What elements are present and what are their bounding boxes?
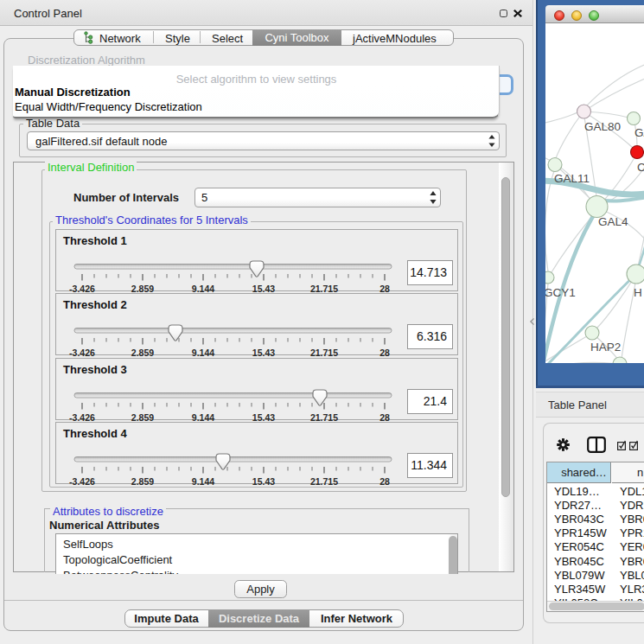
svg-text:GCY1: GCY1 <box>545 286 576 299</box>
svg-text:GAL11: GAL11 <box>554 172 590 185</box>
svg-text:GAL80: GAL80 <box>584 120 621 133</box>
svg-text:C: C <box>637 161 644 174</box>
svg-text:HAP2: HAP2 <box>590 341 621 354</box>
svg-text:GAL4: GAL4 <box>598 215 628 228</box>
svg-text:GA: GA <box>634 126 644 139</box>
svg-text:H: H <box>634 286 642 299</box>
